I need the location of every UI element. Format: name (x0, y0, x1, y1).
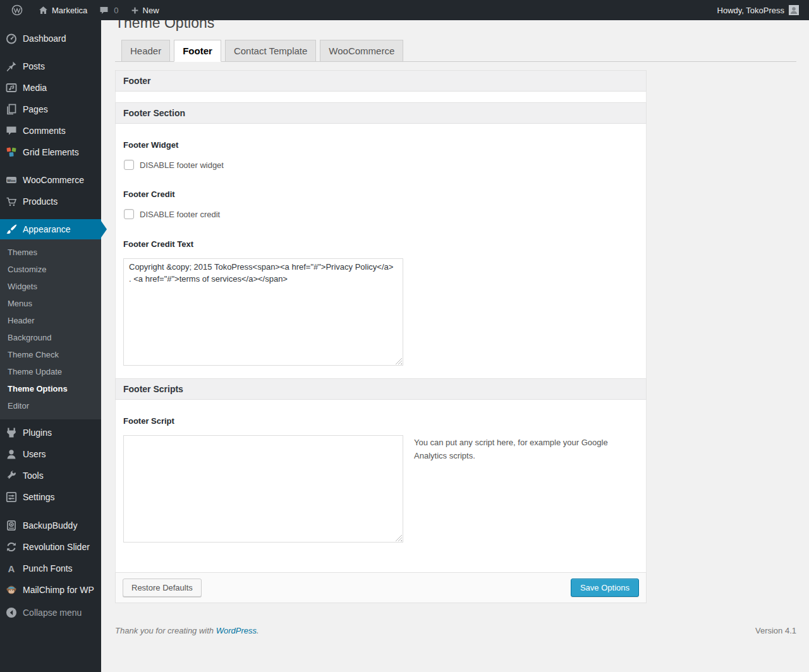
wrench-icon (5, 469, 18, 482)
sidebar-item-settings[interactable]: Settings (0, 486, 101, 508)
disable-footer-widget-label[interactable]: DISABLE footer widget (140, 160, 224, 170)
footer-section-title: Footer Section (123, 108, 185, 118)
admin-bar: Marketica 0 New Howdy, TokoPress (0, 0, 809, 20)
revolution-slider-icon (5, 541, 18, 553)
footer-widget-label: Footer Widget (123, 140, 638, 150)
svg-text:Woo: Woo (7, 178, 16, 183)
sidebar-item-posts[interactable]: Posts (0, 56, 101, 77)
site-name-menu[interactable]: Marketica (32, 0, 93, 20)
collapse-icon (5, 606, 18, 619)
media-icon (5, 81, 18, 94)
wordpress-logo-menu[interactable] (5, 0, 32, 20)
comment-icon (5, 124, 18, 137)
pin-icon (5, 60, 18, 73)
submenu-item-editor[interactable]: Editor (0, 397, 101, 414)
sidebar-item-dashboard[interactable]: Dashboard (0, 28, 101, 49)
sidebar-item-label: MailChimp for WP (23, 585, 94, 595)
sidebar-item-plugins[interactable]: Plugins (0, 422, 101, 443)
disable-footer-widget-checkbox[interactable] (124, 160, 134, 170)
submenu-item-menus[interactable]: Menus (0, 295, 101, 312)
footer-script-textarea[interactable] (123, 435, 403, 543)
submenu-item-header[interactable]: Header (0, 312, 101, 329)
footer-version: Version 4.1 (755, 626, 796, 635)
tab-contact-template[interactable]: Contact Template (225, 40, 316, 62)
submenu-item-theme-update[interactable]: Theme Update (0, 363, 101, 380)
footer-script-label: Footer Script (123, 416, 638, 426)
disable-footer-credit-label[interactable]: DISABLE footer credit (140, 210, 220, 219)
sidebar-item-users[interactable]: Users (0, 443, 101, 465)
submenu-item-widgets[interactable]: Widgets (0, 278, 101, 295)
wordpress-link[interactable]: WordPress (216, 626, 257, 635)
sidebar-item-label: Punch Fonts (23, 563, 73, 573)
menu-separator (0, 508, 101, 515)
footer-thanks-period: . (257, 626, 259, 635)
footer-credit-text-label: Footer Credit Text (123, 239, 638, 249)
sidebar-item-mailchimp[interactable]: MailChimp for WP (0, 579, 101, 601)
account-menu[interactable]: Howdy, TokoPress (716, 5, 800, 15)
submenu-item-theme-options[interactable]: Theme Options (0, 380, 101, 397)
sidebar-item-label: Posts (23, 61, 45, 71)
save-options-button[interactable]: Save Options (571, 579, 639, 597)
sidebar-item-label: Appearance (23, 224, 71, 234)
menu-separator (0, 212, 101, 219)
footer-box-title: Footer (123, 76, 151, 86)
sidebar-item-label: Pages (23, 104, 48, 114)
submenu-item-customize[interactable]: Customize (0, 261, 101, 278)
sidebar-item-products[interactable]: Products (0, 191, 101, 212)
footer-box-header: Footer (115, 70, 647, 92)
sidebar-item-label: WooCommerce (23, 175, 84, 185)
comments-menu[interactable]: 0 (93, 0, 124, 20)
tab-bar: Header Footer Contact Template WooCommer… (115, 40, 796, 62)
new-content-menu[interactable]: New (125, 0, 165, 20)
footer-credit-textarea[interactable]: Copyright &copy; 2015 TokoPress<span><a … (123, 258, 403, 366)
sidebar-item-label: Comments (23, 126, 66, 136)
appearance-brush-icon (5, 223, 18, 236)
restore-defaults-button[interactable]: Restore Defaults (123, 579, 202, 597)
sidebar-item-label: Collapse menu (23, 608, 82, 618)
footer-section-body: Footer Widget DISABLE footer widget Foot… (115, 124, 647, 378)
footer-script-row: You can put any script here, for example… (123, 426, 638, 543)
collapse-menu-button[interactable]: Collapse menu (0, 602, 101, 623)
plugin-icon (5, 426, 18, 439)
current-menu-arrow (101, 221, 107, 237)
admin-sidebar: Dashboard Posts Media Pages Comments Gri… (0, 20, 101, 672)
tab-header[interactable]: Header (121, 40, 170, 62)
sidebar-item-revolution-slider[interactable]: Revolution Slider (0, 536, 101, 558)
theme-options-panel: Footer Footer Section Footer Widget DISA… (115, 70, 647, 603)
disable-footer-credit-checkbox[interactable] (124, 209, 134, 219)
sidebar-item-label: Users (23, 449, 46, 459)
sidebar-item-woocommerce[interactable]: Woo WooCommerce (0, 169, 101, 191)
submenu-item-theme-check[interactable]: Theme Check (0, 346, 101, 363)
footer-script-textarea-wrap (123, 435, 403, 543)
sidebar-item-label: Products (23, 196, 58, 207)
sidebar-item-tools[interactable]: Tools (0, 465, 101, 486)
appearance-submenu: Themes Customize Widgets Menus Header Ba… (0, 239, 101, 419)
submenu-item-themes[interactable]: Themes (0, 244, 101, 261)
sidebar-item-grid-elements[interactable]: Grid Elements (0, 141, 101, 163)
home-icon (38, 5, 49, 16)
sidebar-item-label: Revolution Slider (23, 542, 90, 552)
sidebar-item-backupbuddy[interactable]: BackupBuddy (0, 515, 101, 536)
submenu-item-background[interactable]: Background (0, 329, 101, 346)
sidebar-item-comments[interactable]: Comments (0, 120, 101, 141)
menu-separator (0, 49, 101, 56)
wordpress-logo-icon (11, 4, 23, 16)
woocommerce-icon: Woo (5, 174, 18, 186)
tab-woocommerce[interactable]: WooCommerce (320, 40, 403, 62)
sidebar-item-punch-fonts[interactable]: A Punch Fonts (0, 558, 101, 579)
footer-box-body (115, 92, 647, 102)
footer-thanks-text: Thank you for creating with (115, 626, 216, 635)
cart-icon (5, 195, 18, 208)
comment-bubble-icon (99, 5, 109, 16)
tab-footer[interactable]: Footer (174, 40, 221, 62)
dashboard-icon (5, 32, 18, 45)
footer-widget-checkbox-row: DISABLE footer widget (123, 160, 638, 170)
sidebar-item-media[interactable]: Media (0, 77, 101, 99)
sidebar-item-pages[interactable]: Pages (0, 99, 101, 120)
sidebar-item-appearance[interactable]: Appearance (0, 219, 101, 239)
new-label: New (143, 6, 159, 15)
footer-scripts-title: Footer Scripts (123, 384, 183, 394)
letter-a-icon: A (5, 562, 18, 575)
sidebar-item-label: Dashboard (23, 33, 66, 44)
main-content: Theme Options Header Footer Contact Temp… (101, 0, 809, 635)
